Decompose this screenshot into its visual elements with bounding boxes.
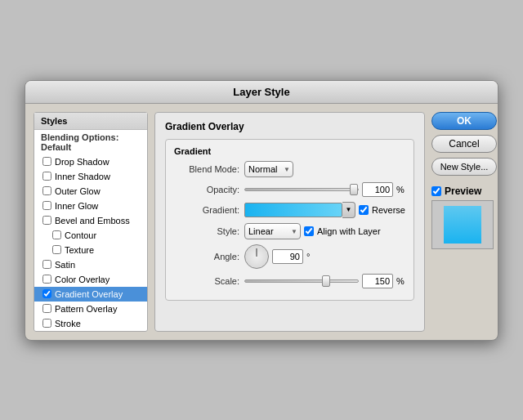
gradient-arrow-btn[interactable]: ▼ bbox=[342, 202, 355, 218]
gradient-overlay-label: Gradient Overlay bbox=[55, 289, 123, 299]
texture-label: Texture bbox=[65, 245, 94, 255]
opacity-label: Opacity: bbox=[174, 185, 239, 194]
scale-input[interactable] bbox=[362, 274, 393, 288]
sidebar-header: Styles bbox=[34, 113, 147, 130]
scale-slider-thumb[interactable] bbox=[322, 275, 330, 287]
gradient-group-title: Gradient bbox=[174, 146, 405, 156]
sidebar-item-color-overlay[interactable]: Color Overlay bbox=[34, 272, 147, 287]
opacity-unit: % bbox=[396, 185, 405, 194]
color-overlay-label: Color Overlay bbox=[55, 275, 110, 284]
inner-shadow-label: Inner Shadow bbox=[55, 172, 110, 181]
gradient-overlay-panel: Gradient Overlay Gradient Blend Mode: No… bbox=[154, 112, 425, 332]
style-control: Linear Radial Angle Reflected Diamond Al… bbox=[244, 223, 405, 239]
gradient-picker[interactable]: ▼ bbox=[244, 202, 355, 218]
stroke-label: Stroke bbox=[55, 319, 81, 328]
sidebar-item-inner-shadow[interactable]: Inner Shadow bbox=[34, 169, 147, 184]
texture-checkbox[interactable] bbox=[52, 245, 61, 254]
preview-box bbox=[431, 200, 494, 249]
sidebar-item-contour[interactable]: Contour bbox=[34, 228, 147, 243]
drop-shadow-checkbox[interactable] bbox=[42, 157, 51, 166]
blend-mode-control: Normal Multiply Screen bbox=[244, 161, 405, 177]
angle-needle bbox=[257, 248, 257, 257]
main-panel: Gradient Overlay Gradient Blend Mode: No… bbox=[154, 112, 425, 332]
blend-mode-label: Blend Mode: bbox=[174, 164, 239, 174]
sidebar-item-pattern-overlay[interactable]: Pattern Overlay bbox=[34, 302, 147, 316]
blend-mode-row: Blend Mode: Normal Multiply Screen bbox=[174, 161, 405, 177]
align-with-layer-checkbox[interactable] bbox=[304, 226, 314, 236]
angle-control: ° bbox=[244, 244, 405, 269]
satin-checkbox[interactable] bbox=[42, 260, 51, 269]
sidebar-item-drop-shadow[interactable]: Drop Shadow bbox=[34, 154, 147, 169]
scale-unit: % bbox=[396, 276, 405, 286]
opacity-control: % bbox=[244, 182, 405, 197]
pattern-overlay-checkbox[interactable] bbox=[42, 304, 51, 313]
sidebar-item-satin[interactable]: Satin bbox=[34, 257, 147, 272]
reverse-checkbox[interactable] bbox=[359, 205, 369, 215]
inner-glow-label: Inner Glow bbox=[55, 201, 98, 211]
blend-mode-select-wrapper[interactable]: Normal Multiply Screen bbox=[244, 161, 293, 177]
angle-label: Angle: bbox=[174, 252, 239, 261]
panel-title: Gradient Overlay bbox=[165, 121, 414, 132]
opacity-slider-thumb[interactable] bbox=[350, 184, 358, 195]
reverse-row: Reverse bbox=[359, 205, 405, 215]
scale-row: Scale: % bbox=[174, 274, 405, 288]
pattern-overlay-label: Pattern Overlay bbox=[55, 304, 117, 314]
preview-label: Preview bbox=[445, 185, 481, 197]
align-with-layer-row: Align with Layer bbox=[304, 226, 381, 236]
satin-label: Satin bbox=[55, 260, 75, 270]
scale-control: % bbox=[244, 274, 405, 288]
opacity-row: Opacity: % bbox=[174, 182, 405, 197]
contour-label: Contour bbox=[65, 230, 96, 240]
opacity-input[interactable] bbox=[362, 182, 393, 197]
bevel-emboss-checkbox[interactable] bbox=[42, 216, 51, 225]
gradient-control: ▼ Reverse bbox=[244, 202, 405, 218]
reverse-label: Reverse bbox=[372, 205, 405, 215]
preview-inner bbox=[444, 206, 481, 244]
color-overlay-checkbox[interactable] bbox=[42, 275, 51, 284]
align-with-layer-label: Align with Layer bbox=[317, 226, 381, 236]
sidebar-item-bevel-emboss[interactable]: Bevel and Emboss bbox=[34, 213, 147, 228]
cancel-button[interactable]: Cancel bbox=[431, 135, 497, 153]
bevel-emboss-label: Bevel and Emboss bbox=[55, 216, 130, 226]
sidebar: Styles Blending Options: Default Drop Sh… bbox=[34, 112, 148, 332]
sidebar-item-stroke[interactable]: Stroke bbox=[34, 316, 147, 331]
sidebar-item-texture[interactable]: Texture bbox=[34, 243, 147, 257]
preview-label-row: Preview bbox=[431, 185, 498, 197]
angle-dial[interactable] bbox=[244, 244, 269, 269]
right-panel: OK Cancel New Style... Preview bbox=[431, 112, 498, 332]
dialog-title: Layer Style bbox=[25, 81, 498, 104]
scale-label: Scale: bbox=[174, 276, 239, 286]
style-label: Style: bbox=[174, 226, 239, 236]
gradient-label: Gradient: bbox=[174, 205, 239, 215]
contour-checkbox[interactable] bbox=[52, 230, 61, 239]
ok-button[interactable]: OK bbox=[431, 112, 497, 130]
gradient-swatch[interactable] bbox=[244, 203, 342, 217]
style-select-wrapper[interactable]: Linear Radial Angle Reflected Diamond bbox=[244, 223, 301, 239]
opacity-slider[interactable] bbox=[244, 188, 359, 191]
style-select[interactable]: Linear Radial Angle Reflected Diamond bbox=[244, 223, 301, 239]
gradient-overlay-checkbox[interactable] bbox=[42, 289, 51, 298]
style-row: Style: Linear Radial Angle Reflected Dia… bbox=[174, 223, 405, 239]
layer-style-dialog: Layer Style Styles Blending Options: Def… bbox=[25, 80, 498, 341]
blend-mode-select[interactable]: Normal Multiply Screen bbox=[244, 161, 293, 177]
outer-glow-label: Outer Glow bbox=[55, 186, 101, 196]
gradient-row: Gradient: ▼ Reverse bbox=[174, 202, 405, 218]
angle-unit: ° bbox=[306, 252, 310, 261]
drop-shadow-label: Drop Shadow bbox=[55, 157, 110, 167]
angle-input[interactable] bbox=[272, 249, 303, 264]
sidebar-item-outer-glow[interactable]: Outer Glow bbox=[34, 184, 147, 199]
preview-checkbox[interactable] bbox=[431, 186, 441, 196]
sidebar-blending-label[interactable]: Blending Options: Default bbox=[34, 130, 147, 154]
outer-glow-checkbox[interactable] bbox=[42, 186, 51, 195]
sidebar-item-gradient-overlay[interactable]: Gradient Overlay bbox=[34, 287, 147, 302]
scale-slider[interactable] bbox=[244, 279, 359, 283]
gradient-group: Gradient Blend Mode: Normal Multiply Scr… bbox=[165, 139, 414, 301]
new-style-button[interactable]: New Style... bbox=[431, 158, 497, 176]
angle-row: Angle: ° bbox=[174, 244, 405, 269]
inner-shadow-checkbox[interactable] bbox=[42, 172, 51, 181]
sidebar-item-inner-glow[interactable]: Inner Glow bbox=[34, 199, 147, 213]
inner-glow-checkbox[interactable] bbox=[42, 201, 51, 210]
preview-section: Preview bbox=[431, 185, 498, 249]
stroke-checkbox[interactable] bbox=[42, 319, 51, 328]
